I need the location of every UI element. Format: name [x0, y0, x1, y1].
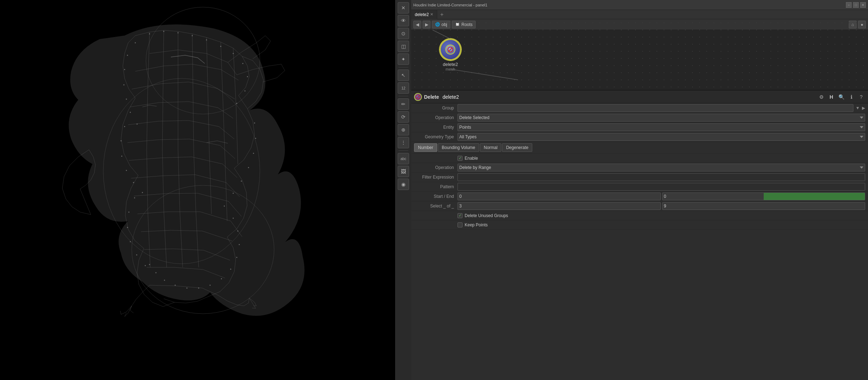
start-value: 0	[459, 194, 462, 199]
abc-tool-btn[interactable]: abc	[398, 153, 409, 164]
nav-roots-label: Roots	[461, 22, 472, 27]
help-icon-btn[interactable]: ?	[857, 93, 865, 101]
nav-forward-btn[interactable]: ▶	[423, 21, 430, 29]
operation-label: Operation	[411, 115, 457, 120]
paint-tool-btn[interactable]: ✏	[398, 98, 409, 110]
svg-point-27	[142, 192, 143, 193]
enable-label: Enable	[465, 156, 478, 161]
tab-bounding-volume-btn[interactable]: Bounding Volume	[438, 143, 479, 152]
svg-point-25	[126, 170, 127, 171]
info-icon-btn[interactable]: ℹ	[847, 93, 855, 101]
group-input[interactable]	[457, 104, 853, 112]
operation2-select[interactable]: Delete by Range Delete by Pattern	[457, 164, 865, 171]
title-bar: Houdini Indie Limited-Commercial - panel…	[411, 0, 868, 10]
render-tool-btn[interactable]: ◫	[398, 41, 409, 52]
keep-points-checkbox[interactable]	[457, 222, 462, 227]
delete-unused-groups-checkbox[interactable]: ✓	[457, 213, 462, 218]
keep-points-area: Keep Points	[457, 222, 868, 227]
svg-point-28	[254, 123, 255, 124]
delete-unused-groups-row: ✓ Delete Unused Groups	[411, 211, 868, 220]
connection-lines	[411, 19, 868, 90]
snap-tool-btn[interactable]: ⋮	[398, 137, 409, 148]
light-tool-btn[interactable]: ✦	[398, 53, 409, 65]
pivot-tool-btn[interactable]: ⊕	[398, 124, 409, 135]
nav-circle-btn[interactable]: ●	[858, 21, 866, 29]
svg-point-33	[233, 193, 234, 194]
nav-right-controls: ⌂ ●	[849, 21, 866, 29]
right-panel: Houdini Indie Limited-Commercial - panel…	[411, 0, 868, 380]
nav-roots-btn[interactable]: 🔲 Roots	[452, 21, 476, 29]
group-arrow: ▼	[856, 106, 860, 111]
select-field[interactable]: 3	[457, 202, 661, 210]
tab-number-btn[interactable]: Number	[414, 143, 437, 152]
node-header-title: Delete	[424, 94, 439, 100]
node-network[interactable]: ◀ ▶ 🌐 obj 🔲 Roots ⌂ ●	[411, 19, 868, 91]
tab-degenerate-btn[interactable]: Degenerate	[502, 143, 532, 152]
tab-normal-btn[interactable]: Normal	[480, 143, 502, 152]
nav-obj-btn[interactable]: 🌐 obj	[432, 21, 450, 29]
viewport[interactable]	[0, 0, 395, 380]
geometry-type-label: Geometry Type	[411, 134, 457, 139]
enable-checkbox-row: ✓ Enable	[411, 154, 868, 163]
visibility-tool-btn[interactable]: ◉	[398, 179, 409, 190]
of-value: 9	[664, 204, 666, 209]
nav-back-btn[interactable]: ◀	[413, 21, 421, 29]
H-icon-btn[interactable]: H	[827, 93, 835, 101]
svg-point-24	[121, 156, 122, 157]
transform-tool-btn[interactable]: ⟳	[398, 111, 409, 123]
tab-delete2-close[interactable]: ✕	[430, 12, 433, 17]
group-param-row: Group ▼ ▶	[411, 103, 868, 113]
keep-points-label: Keep Points	[465, 222, 488, 227]
tab-delete2[interactable]: delete2 ✕	[411, 10, 437, 19]
select-of-param-row: Select _ of _ 3 9	[411, 201, 868, 211]
svg-point-38	[136, 255, 137, 256]
of-field[interactable]: 9	[662, 202, 866, 210]
image-tool-btn[interactable]: 🖼	[398, 166, 409, 177]
tab-delete2-label: delete2	[415, 12, 429, 17]
operation-select[interactable]: Delete Selected Delete Non-Selected	[457, 114, 865, 122]
operation-control: Delete Selected Delete Non-Selected	[457, 114, 868, 122]
tab-add-btn[interactable]: +	[437, 11, 446, 18]
nav-home-btn[interactable]: ⌂	[849, 21, 857, 29]
close-tool-btn[interactable]: ✕	[398, 2, 409, 14]
tool-separator-2	[398, 96, 408, 96]
entity-select[interactable]: Points Primitives Edges	[457, 123, 865, 131]
tool-separator-3	[398, 150, 408, 151]
svg-point-23	[121, 140, 122, 142]
gear-icon-btn[interactable]: ⚙	[817, 93, 825, 101]
search-icon-btn[interactable]: 🔍	[837, 93, 845, 101]
entity-param-row: Entity Points Primitives Edges	[411, 123, 868, 132]
svg-point-51	[164, 280, 165, 281]
enable-checkbox[interactable]: ✓	[457, 156, 462, 161]
delete-node-icon	[440, 39, 461, 60]
number-tool-btn[interactable]: 12	[398, 82, 409, 94]
maximize-btn[interactable]: □	[853, 2, 859, 8]
start-field[interactable]: 0	[457, 192, 661, 200]
camera-tool-btn[interactable]: ⊙	[398, 28, 409, 39]
filter-expression-param-row: Filter Expression	[411, 173, 868, 182]
svg-point-7	[178, 32, 179, 34]
entity-control: Points Primitives Edges	[457, 123, 868, 131]
node-header-right: ⚙ H 🔍 ℹ ?	[817, 93, 865, 101]
select-tool-btn[interactable]: ↖	[398, 70, 409, 81]
svg-point-42	[237, 231, 239, 232]
svg-point-12	[242, 63, 244, 64]
filter-expression-input[interactable]	[457, 173, 865, 181]
params-area[interactable]: Group ▼ ▶ Operation Delete Selected Dele…	[411, 103, 868, 380]
close-window-btn[interactable]: ✕	[860, 2, 866, 8]
end-field[interactable]: 0	[662, 192, 866, 200]
svg-point-34	[134, 197, 135, 199]
pattern-input[interactable]	[457, 183, 865, 191]
geometry-type-select[interactable]: All Types Polygons Curves	[457, 133, 865, 141]
nav-bar: ◀ ▶ 🌐 obj 🔲 Roots ⌂ ●	[411, 19, 868, 30]
title-bar-text: Houdini Indie Limited-Commercial - panel…	[413, 3, 487, 7]
node-delete2-item[interactable]: delete2 mesh	[440, 39, 461, 71]
svg-point-16	[127, 55, 128, 56]
minimize-btn[interactable]: −	[846, 2, 852, 8]
delete-unused-groups-area: ✓ Delete Unused Groups	[457, 213, 868, 218]
svg-point-49	[187, 288, 188, 289]
view-tool-btn[interactable]: 👁	[398, 15, 409, 26]
delete-unused-groups-label: Delete Unused Groups	[465, 213, 508, 218]
svg-point-29	[255, 138, 256, 139]
svg-point-21	[137, 124, 138, 125]
